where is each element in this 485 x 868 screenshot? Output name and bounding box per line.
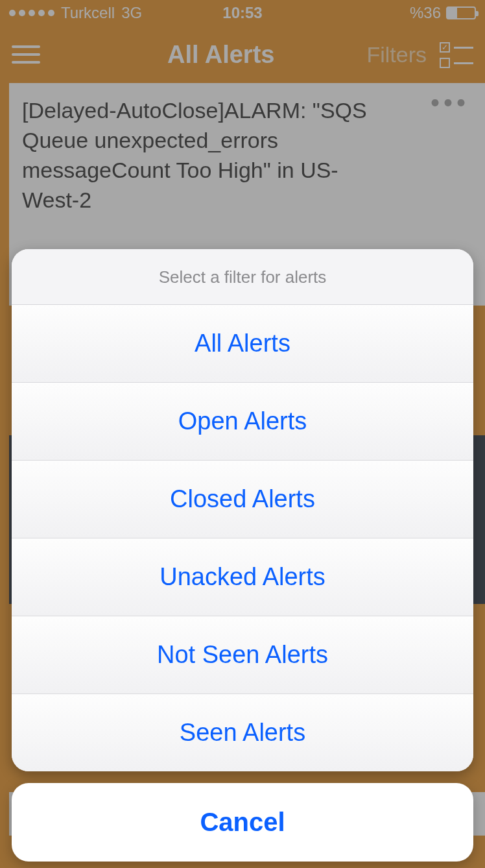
filter-option-unacked[interactable]: Unacked Alerts — [12, 538, 473, 616]
filter-option-closed[interactable]: Closed Alerts — [12, 461, 473, 538]
sheet-title: Select a filter for alerts — [12, 249, 473, 305]
cancel-button[interactable]: Cancel — [12, 783, 473, 862]
filter-option-open[interactable]: Open Alerts — [12, 383, 473, 461]
filter-option-all[interactable]: All Alerts — [12, 305, 473, 383]
filter-option-seen[interactable]: Seen Alerts — [12, 694, 473, 771]
filter-option-notseen[interactable]: Not Seen Alerts — [12, 616, 473, 694]
filter-action-sheet: Select a filter for alerts All Alerts Op… — [12, 249, 473, 862]
